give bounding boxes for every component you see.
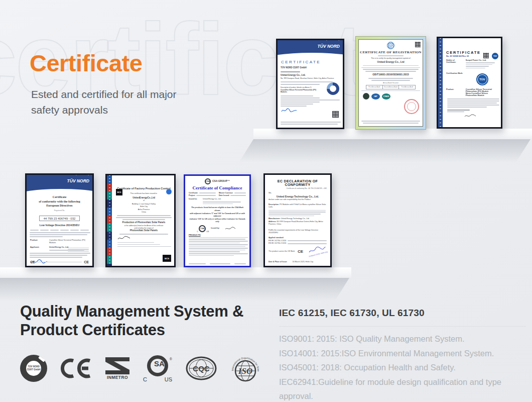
holder-address: Building 1, Lian Dong U Valley Hefei Cit… (113, 203, 174, 214)
placeholder-lines (444, 98, 501, 108)
top-shelf-shadow (239, 139, 530, 162)
certificate-of-registration[interactable]: CERTIFICATE OF REGISTRATION This is to c… (355, 36, 426, 130)
svg-text:CQC: CQC (193, 364, 210, 373)
placeholder-lines (466, 62, 499, 68)
issued-to-label: Issued to: (189, 198, 201, 205)
mcs-body: MCS Certificate of Factory Production Co… (113, 186, 174, 267)
signature (464, 114, 476, 118)
signature (281, 108, 297, 113)
placeholder-lines (278, 71, 343, 72)
certificate-mcs-factory-control[interactable]: MCS Certificate of Factory Production Co… (105, 174, 176, 267)
description-block: Description: PV Modules with P-Half Cut … (265, 204, 330, 209)
qms-heading-line-2: Product Certificates (20, 321, 243, 339)
certificate-tuv-nord-product[interactable]: TÜV NORD CERTIFICATE TÜV NORD CERT GmbH … (276, 39, 344, 129)
scope-heading: Production of Photovoltaic Solar Panels (113, 221, 174, 225)
certificate-csa-compliance[interactable]: CSA CSA GROUP™ Certificate of Compliance… (184, 174, 251, 267)
csa-cus-logo: SA ® C US (143, 354, 172, 382)
product-value: Crystalline Silicon Terrestrial Photovol… (49, 239, 89, 245)
placeholder-lines (203, 202, 246, 204)
standard-number: GB/T19001-2016/ISO9001:2015 (359, 73, 423, 77)
standard-item-iec62941: IEC62941:Guideline for module design qua… (279, 375, 526, 402)
tuv-certification-mark: TÜV (476, 73, 488, 85)
csa-mark-note: The products listed below are eligible t… (185, 207, 249, 223)
qms-heading-line-1: Quality Management System & (20, 302, 243, 321)
cnas-dark-seal (363, 93, 369, 99)
certificate-page: certificate Certificate Ested and certif… (0, 0, 532, 402)
standard-item-iso45001: ISO45001: 2018: Occupation Health and Sa… (279, 360, 526, 375)
subtitle-line-1: Ested and certified for all major (31, 86, 176, 102)
audit-table-header: Annual Audit Situation (359, 82, 423, 84)
holder-name: Sunpal Power Co., Ltd. (466, 59, 499, 61)
holder-name: United Energy Technology Co., Ltd. (265, 195, 330, 199)
page-subtitle: Ested and certified for all major safety… (31, 86, 176, 118)
issued-by-label: Issued by: (211, 227, 219, 230)
of-word: of (113, 199, 174, 202)
scope-sub: Photovoltaic Solar Panels (113, 229, 174, 233)
registered-no-box: 44 799 23 406749 - 032 (27, 213, 92, 222)
registration-inner: CERTIFICATE OF REGISTRATION This is to c… (358, 39, 423, 127)
placeholder-lines (278, 121, 343, 126)
ce-mark: CE (30, 260, 35, 264)
certificate-title: EC DECLARATION OF CONFORMITY (265, 179, 330, 186)
csa-header: CSA CSA GROUP™ (185, 178, 249, 184)
certificate-tuv-nord-conformity[interactable]: TÜV NORD Certificate of conformity with … (25, 173, 94, 267)
iso-standards-list: ISO9001: 2015: ISO Quality Management Sy… (279, 326, 526, 402)
declare-line: declare under our sole responsibility th… (265, 198, 330, 202)
qms-heading: Quality Management System & Product Cert… (20, 302, 243, 339)
csa-cus-mark: CSA (199, 225, 206, 232)
date-place-row: Date & Place of Issue: 16 March 2023, He… (269, 261, 327, 263)
product-line-1: Crystalline Silicon Terrestrial Photovol… (466, 88, 499, 92)
iso-logo: International Organization for Standardi… (230, 354, 260, 383)
placeholder-lines (265, 210, 330, 216)
placeholder-lines (185, 237, 249, 256)
subtitle-line-2: safety approvals (31, 102, 176, 118)
placeholder-lines (27, 232, 92, 237)
tuv-nord-logo: TÜV NORD (67, 178, 89, 183)
zqhx-round-logo (387, 42, 394, 49)
certificate-title: Certificate of Compliance (185, 185, 249, 190)
standards-panel: IEC 61215, IEC 61730, UL 61730 ISO9001: … (279, 308, 526, 402)
holder-label: Holder of Certificate: (446, 59, 464, 69)
middle-display-shelf (0, 267, 351, 278)
certificate-fields: Certificate: Master Contract: Project: D… (185, 190, 249, 196)
product-description: Crystalline Silicon Terrestrial Photovol… (278, 89, 323, 94)
iaf-seal: IAF (371, 93, 380, 99)
placeholder-lines (27, 230, 92, 231)
iec-standards-heading: IEC 61215, IEC 61730, UL 61730 (279, 308, 526, 319)
placeholder-lines (113, 215, 174, 220)
issued-to-value: United Energy Co., Ltd. (203, 198, 246, 200)
placeholder-lines (359, 90, 423, 91)
issuer-name: TÜV NORD CERT GmbH (278, 66, 343, 70)
standard-item-iso14001: ISO14001: 2015:ISO Environmental Managem… (279, 346, 526, 361)
certificate-title: Certificate of Factory Production Contro… (113, 186, 174, 190)
red-company-stamp (404, 99, 419, 114)
ce-mark: CE (298, 249, 303, 255)
holder-name: United Energy Co., Ltd. (278, 74, 343, 77)
issued-line: This certificate has been issued to: (113, 192, 174, 195)
tuv-nord-header-band: TÜV NORD (278, 40, 343, 56)
blue-round-logo (166, 189, 172, 194)
tuv-nord-round-seal (327, 82, 339, 95)
product-label: Product: (30, 239, 48, 245)
qr-code (483, 53, 489, 58)
registered-no-label: Registered No. (27, 210, 92, 212)
placeholder-lines (359, 65, 423, 72)
tuv-rheinland-round-logo: TÜV (492, 53, 498, 59)
placeholder-lines (359, 78, 423, 81)
directive-name: Low Voltage Directive 2014/35/EU (27, 224, 92, 228)
placeholder-lines (359, 120, 423, 125)
holder-name: United Energy Co., Ltd (359, 60, 423, 64)
blue-side-stripe (438, 38, 443, 127)
placeholder-lines (278, 95, 343, 107)
standard-item-iso9001: ISO9001: 2015: ISO Quality Management Sy… (279, 332, 526, 346)
ce-mark-logo: CE (61, 358, 92, 379)
certificate-tuv-rheinland[interactable]: TÜV CERTIFICATE No. 22 10H08 002 Rev. 03… (437, 37, 502, 129)
mcs-certified-logo: MCS (163, 255, 171, 262)
certificate-number-line: Certificate of conformity No.: 44 790 23… (265, 186, 330, 189)
fulfills-line: Fulfills the essential requirements of t… (265, 229, 330, 235)
placeholder-lines (444, 110, 501, 113)
csa-mark-row: CSA C US Issued by: (185, 225, 249, 232)
placeholder-lines (189, 263, 246, 264)
certificate-ec-declaration[interactable]: EC DECLARATION OF CONFORMITY Certificate… (263, 173, 332, 267)
ce-mark: CE (84, 260, 89, 264)
